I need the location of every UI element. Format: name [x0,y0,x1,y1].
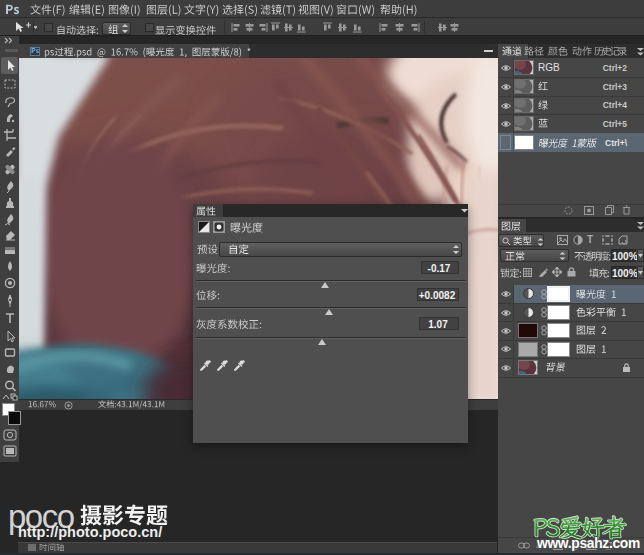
svg-text:www.psahz.com: www.psahz.com [536,536,640,551]
